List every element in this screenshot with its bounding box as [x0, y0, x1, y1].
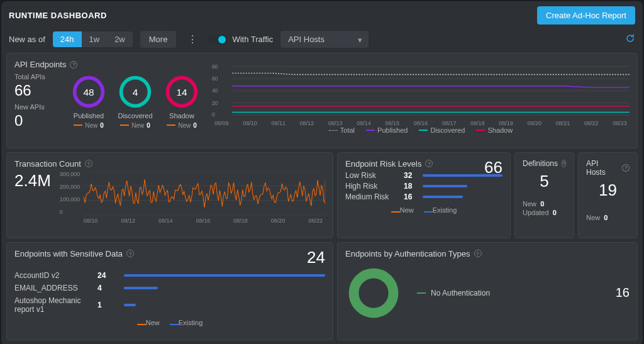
refresh-icon[interactable]	[625, 33, 635, 46]
legend-existing: Existing	[433, 206, 457, 214]
legend-total: Total	[340, 126, 355, 134]
sensitive-data-card: Endpoints with Sensitive Data? 24 Accoun…	[6, 242, 333, 340]
traffic-toggle-label: With Traffic	[232, 35, 273, 44]
ring-shadow: 14 Shadow New 0	[164, 74, 199, 129]
help-icon[interactable]: ?	[70, 61, 77, 69]
transaction-count-card: Transaction Count? 2.4M 300,000200,00010…	[6, 152, 333, 238]
risk-levels-card: Endpoint Risk Levels? 66 Low Risk32High …	[337, 152, 511, 238]
legend-new: New	[146, 319, 160, 326]
total-apis-value: 66	[14, 82, 58, 99]
sensitive-row: Autoshop Mechanic report v11	[14, 296, 325, 314]
legend-discovered: Discovered	[430, 126, 465, 134]
tx-title: Transaction Count	[14, 159, 81, 169]
hosts-new-label: New	[586, 214, 600, 221]
risk-row: Low Risk32	[345, 171, 502, 180]
svg-point-22	[354, 273, 394, 313]
sensitive-title: Endpoints with Sensitive Data	[14, 249, 123, 258]
svg-text:60: 60	[212, 75, 218, 82]
svg-text:4: 4	[133, 86, 138, 97]
sensitive-row: AccountID v224	[14, 271, 325, 280]
auth-title: Endpoints by Authentication Types	[345, 249, 470, 258]
legend-published: Published	[377, 126, 408, 134]
definitions-title: Definitions	[523, 159, 558, 168]
auth-types-card: Endpoints by Authentication Types? No Au…	[337, 242, 638, 340]
ring-discovered: 4 Discovered New 0	[118, 74, 153, 129]
help-icon[interactable]: ?	[622, 164, 630, 172]
svg-text:0: 0	[212, 111, 215, 118]
help-icon[interactable]: ?	[474, 250, 482, 257]
definitions-new: 0	[540, 200, 544, 208]
legend-existing: Existing	[179, 319, 203, 326]
definitions-card: Definitions? 5 New 0 Updated 0	[514, 152, 574, 238]
api-endpoints-card: API Endpoints ? Total APIs 66 New APIs 0…	[6, 53, 638, 148]
auth-donut-chart	[345, 265, 402, 321]
time-range-label: New as of	[9, 35, 45, 44]
sensitive-row: EMAIL_ADDRESS4	[14, 284, 325, 292]
new-apis-value: 0	[14, 112, 58, 130]
hosts-select[interactable]: API Hosts	[280, 31, 369, 48]
svg-text:20: 20	[212, 100, 218, 106]
api-endpoints-title: API Endpoints ?	[14, 60, 199, 69]
total-apis-label: Total APIs	[14, 73, 58, 80]
auth-item-label: No Authentication	[431, 289, 490, 297]
hosts-total: 19	[586, 180, 630, 200]
legend-new: New	[400, 206, 414, 214]
tx-chart	[84, 171, 325, 216]
help-icon[interactable]: ?	[562, 160, 566, 167]
ring-published: 48 Published New 0	[71, 74, 106, 129]
create-report-button[interactable]: Create Ad-Hoc Report	[537, 6, 635, 25]
endpoints-trend-chart: 806040200	[212, 60, 630, 120]
help-icon[interactable]: ?	[85, 160, 92, 167]
definitions-updated: 0	[553, 209, 557, 216]
range-24h[interactable]: 24h	[53, 31, 82, 47]
new-apis-label: New APIs	[14, 103, 58, 111]
range-1w[interactable]: 1w	[82, 31, 108, 47]
hosts-title: API Hosts	[586, 159, 618, 177]
traffic-toggle[interactable]	[208, 35, 227, 45]
definitions-new-label: New	[523, 200, 536, 208]
auth-item-value: 16	[616, 286, 630, 300]
more-button[interactable]: More	[140, 31, 177, 48]
tx-total: 2.4M	[14, 171, 51, 191]
page-title: RUNTIME DASHBOARD	[9, 11, 107, 20]
legend-shadow: Shadow	[487, 126, 513, 134]
risk-row: Medium Risk16	[345, 192, 502, 201]
hosts-new: 0	[604, 214, 608, 221]
svg-text:14: 14	[176, 86, 187, 97]
hosts-card: API Hosts? 19 New 0	[578, 152, 638, 238]
kebab-icon[interactable]: ⋮	[184, 33, 201, 45]
risk-total: 66	[484, 158, 502, 177]
definitions-updated-label: Updated	[523, 209, 549, 216]
risk-row: High Risk18	[345, 182, 502, 191]
svg-text:80: 80	[212, 64, 218, 70]
definitions-total: 5	[523, 172, 566, 191]
help-icon[interactable]: ?	[126, 250, 134, 257]
time-range-segmented: 24h 1w 2w	[53, 31, 133, 47]
help-icon[interactable]: ?	[425, 160, 433, 167]
sensitive-total: 24	[307, 248, 325, 267]
svg-text:40: 40	[212, 87, 218, 94]
risk-title: Endpoint Risk Levels	[345, 159, 421, 169]
range-2w[interactable]: 2w	[107, 31, 133, 47]
svg-text:48: 48	[83, 86, 94, 97]
